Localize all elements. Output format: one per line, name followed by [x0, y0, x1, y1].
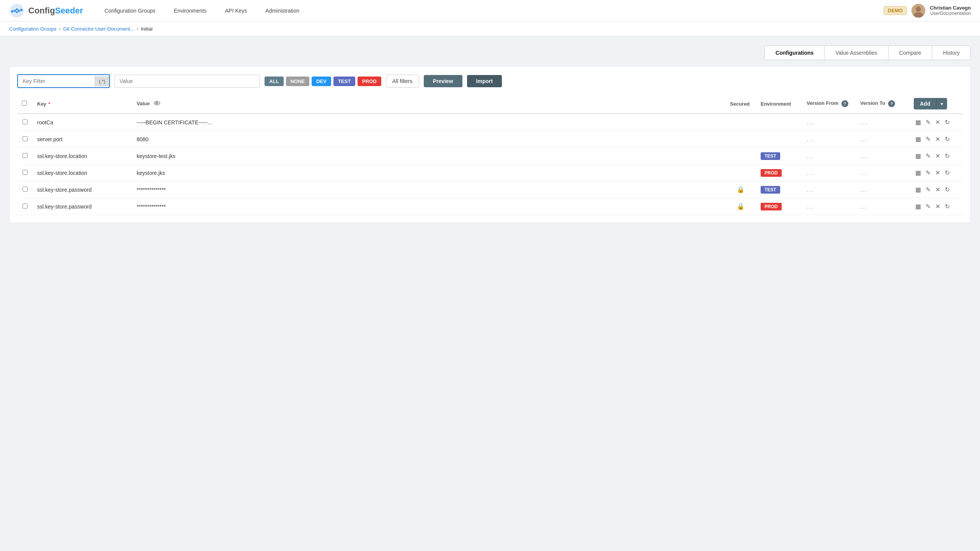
lock-icon: 🔒	[737, 186, 745, 193]
tab-configurations[interactable]: Configurations	[765, 46, 825, 60]
version-from-help-icon[interactable]: ?	[841, 100, 848, 107]
delete-button[interactable]: ✕	[934, 202, 942, 211]
tab-compare[interactable]: Compare	[889, 46, 933, 60]
filters-row: (.*) ALL NONE DEV TEST PROD All filters …	[17, 74, 963, 88]
version-to-help-icon[interactable]: ?	[888, 100, 895, 107]
row-actions: ▦ ✎ ✕ ↻	[909, 181, 963, 198]
delete-button[interactable]: ✕	[934, 168, 942, 177]
key-filter-input[interactable]	[18, 75, 95, 87]
row-environment	[756, 114, 802, 131]
breadcrumb-sep-1: ›	[59, 25, 61, 32]
edit-button[interactable]: ✎	[924, 168, 932, 177]
copy-button[interactable]: ▦	[914, 168, 923, 177]
logo[interactable]: ConfigSeeder	[9, 3, 83, 18]
edit-button[interactable]: ✎	[924, 135, 932, 143]
table-row: server.port 8080 ... ... ▦ ✎ ✕ ↻	[17, 131, 963, 148]
env-filter-all[interactable]: ALL	[265, 77, 283, 86]
env-filters: ALL NONE DEV TEST PROD	[265, 77, 381, 86]
row-version-from: ...	[802, 148, 856, 165]
row-environment: TEST	[756, 181, 802, 198]
row-checkbox[interactable]	[23, 136, 28, 141]
delete-button[interactable]: ✕	[934, 118, 942, 127]
table-row: ssl.key-store.password ************** 🔒 …	[17, 198, 963, 215]
row-checkbox-cell	[17, 131, 33, 148]
delete-button[interactable]: ✕	[934, 152, 942, 160]
app-header: ConfigSeeder Configuration Groups Enviro…	[0, 0, 980, 21]
row-key: ssl.key-store.password	[33, 198, 132, 215]
content-card: (.*) ALL NONE DEV TEST PROD All filters …	[9, 66, 971, 223]
row-key: ssl.key-store.password	[33, 181, 132, 198]
history-button[interactable]: ↻	[943, 185, 951, 194]
import-button[interactable]: Import	[467, 75, 502, 87]
env-filter-dev[interactable]: DEV	[312, 77, 331, 86]
row-actions: ▦ ✎ ✕ ↻	[909, 148, 963, 165]
row-checkbox[interactable]	[23, 170, 28, 175]
history-button[interactable]: ↻	[943, 135, 951, 143]
breadcrumb-config-groups[interactable]: Configuration Groups	[9, 26, 57, 32]
header-key: Key *	[33, 94, 132, 114]
tab-history[interactable]: History	[932, 46, 970, 60]
row-environment: TEST	[756, 148, 802, 165]
nav-environments[interactable]: Environments	[171, 6, 210, 15]
avatar	[911, 4, 925, 18]
row-secured: 🔒	[725, 198, 756, 215]
row-version-to: ...	[856, 148, 909, 165]
edit-button[interactable]: ✎	[924, 202, 932, 211]
row-checkbox[interactable]	[23, 204, 28, 209]
breadcrumb-git-connector[interactable]: Git Connector User-Document...	[63, 26, 134, 32]
all-filters-button[interactable]: All filters	[386, 75, 419, 88]
table-row: rootCa -----BEGIN CERTIFICATE-----... ..…	[17, 114, 963, 131]
copy-button[interactable]: ▦	[914, 135, 923, 143]
select-all-checkbox[interactable]	[22, 101, 27, 106]
history-button[interactable]: ↻	[943, 118, 951, 127]
row-checkbox[interactable]	[23, 153, 28, 158]
add-button[interactable]: Add	[914, 98, 936, 109]
env-filter-test[interactable]: TEST	[333, 77, 355, 86]
copy-button[interactable]: ▦	[914, 118, 923, 127]
env-tag: TEST	[761, 186, 780, 194]
env-filter-prod[interactable]: PROD	[358, 77, 381, 86]
history-button[interactable]: ↻	[943, 202, 951, 211]
row-version-to: ...	[856, 165, 909, 181]
nav-config-groups[interactable]: Configuration Groups	[101, 6, 158, 15]
value-filter-input[interactable]	[114, 75, 260, 88]
main-nav-api: API Keys	[222, 8, 250, 14]
add-dropdown-button[interactable]: ▾	[936, 98, 947, 109]
copy-button[interactable]: ▦	[914, 185, 923, 194]
logo-seeder: Seeder	[55, 6, 83, 15]
preview-button[interactable]: Preview	[424, 75, 462, 87]
history-button[interactable]: ↻	[943, 152, 951, 160]
table-row: ssl.key-store.password ************** 🔒 …	[17, 181, 963, 198]
tabs: Configurations Value Assemblies Compare …	[764, 46, 971, 60]
main-nav: Configuration Groups	[101, 8, 158, 14]
header-right: DEMO Christian Cavegn UserDocumentation	[884, 4, 971, 18]
row-value: -----BEGIN CERTIFICATE-----...	[132, 114, 725, 131]
row-version-from: ...	[802, 198, 856, 215]
delete-button[interactable]: ✕	[934, 185, 942, 194]
row-version-to: ...	[856, 131, 909, 148]
row-key: ssl.key-store.location	[33, 148, 132, 165]
svg-point-3	[20, 9, 23, 11]
row-version-to: ...	[856, 198, 909, 215]
copy-button[interactable]: ▦	[914, 202, 923, 211]
env-filter-none[interactable]: NONE	[286, 77, 310, 86]
nav-api-keys[interactable]: API Keys	[222, 6, 250, 15]
delete-button[interactable]: ✕	[934, 135, 942, 143]
key-filter-regex: (.*)	[95, 76, 109, 86]
edit-button[interactable]: ✎	[924, 152, 932, 160]
copy-button[interactable]: ▦	[914, 152, 923, 160]
tab-value-assemblies[interactable]: Value Assemblies	[825, 46, 888, 60]
history-button[interactable]: ↻	[943, 168, 951, 177]
row-checkbox-cell	[17, 165, 33, 181]
row-key: server.port	[33, 131, 132, 148]
row-checkbox[interactable]	[23, 119, 28, 124]
row-checkbox[interactable]	[23, 187, 28, 192]
row-secured	[725, 114, 756, 131]
row-version-from: ...	[802, 131, 856, 148]
eye-slash-icon[interactable]: 👁︎	[154, 100, 160, 108]
edit-button[interactable]: ✎	[924, 118, 932, 127]
row-version-from: ...	[802, 114, 856, 131]
row-value: **************	[132, 181, 725, 198]
nav-administration[interactable]: Administration	[262, 6, 302, 15]
edit-button[interactable]: ✎	[924, 185, 932, 194]
